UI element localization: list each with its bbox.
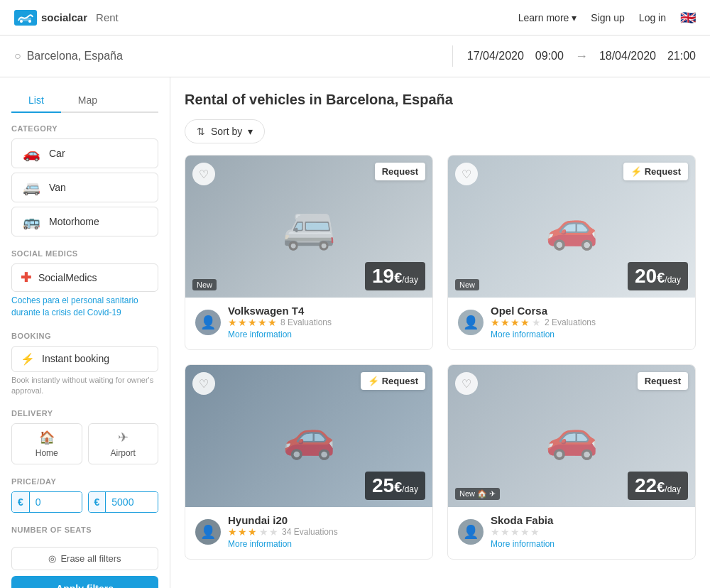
category-motorhome-label: Motorhome [49,216,99,227]
social-medics-text: SocialMedics [38,272,97,283]
delivery-label: DELIVERY [11,409,158,418]
van-icon: 🚐 [21,179,42,196]
location-icon: ○ [14,50,21,62]
car-card-4: 🚗 ♡ Request New 🏠 ✈ 22€/day 👤 [447,364,696,560]
price-currency-4: € [657,479,665,495]
content-area: Rental of vehicles in Barcelona, España … [170,77,710,588]
price-min-wrap: € [11,491,82,513]
login-link[interactable]: Log in [639,12,666,23]
delivery-buttons: 🏠 Home ✈ Airport [11,423,158,464]
cross-icon: ✚ [21,270,31,285]
arrow-icon: → [575,49,588,64]
favorite-btn-4[interactable]: ♡ [455,372,478,395]
request-badge-1[interactable]: Request [375,163,425,180]
flag-icon: 🇬🇧 [680,10,696,26]
category-car-btn[interactable]: 🚗 Car [11,138,158,168]
delivery-airport-btn[interactable]: ✈ Airport [88,423,159,464]
apply-filters-btn[interactable]: Apply filters [11,576,158,588]
tab-list[interactable]: List [11,89,61,113]
per-day-4: /day [665,484,681,494]
badge-label-1: Request [382,166,418,177]
category-car-label: Car [49,148,65,159]
booking-note: Book instantly without waiting for owner… [11,375,158,397]
social-medics-note[interactable]: Coches para el personal sanitario durant… [11,295,158,319]
motorhome-icon: 🚌 [21,213,42,230]
main-layout: List Map CATEGORY 🚗 Car 🚐 Van 🚌 Motorhom… [0,77,710,588]
request-badge-4[interactable]: Request [638,372,688,390]
sort-chevron-icon: ▾ [248,126,253,137]
price-currency-2: € [657,270,665,285]
sort-button[interactable]: ⇅ Sort by ▾ [185,119,265,143]
category-label: CATEGORY [11,124,158,133]
dates-field[interactable]: 17/04/2020 09:00 → 18/04/2020 21:00 [467,49,696,64]
social-medics-btn[interactable]: ✚ SocialMedics [11,263,158,292]
car-details-1: Volkswagen T4 ★★★★★ 8 Evaluations More i… [228,305,332,339]
logo-text: socialcar [41,11,87,23]
search-bar: ○ Barcelona, España 17/04/2020 09:00 → 1… [0,36,710,77]
car-card-3: 🚗 ♡ ⚡ Request 25€/day 👤 Hyundai i20 [185,364,433,560]
delivery-home-btn[interactable]: 🏠 Home [11,423,82,464]
delivery-airport-label: Airport [111,448,136,458]
stars-4: ★★★★★ [491,526,540,538]
more-info-2[interactable]: More information [491,330,596,339]
more-info-1[interactable]: More information [228,330,332,339]
car-card-1: 🚐 ♡ Request New 19€/day 👤 Volkswagen T4 [185,155,433,350]
tab-map[interactable]: Map [61,89,114,113]
car-card-2: 🚗 ♡ ⚡ Request New 20€/day 👤 Op [447,155,696,350]
more-info-4[interactable]: More information [491,539,555,549]
favorite-btn-1[interactable]: ♡ [192,163,215,185]
learn-more-link[interactable]: Learn more ▾ [518,12,577,23]
logo-icon [14,10,37,26]
view-tabs: List Map [11,89,158,113]
home-icon: 🏠 [39,430,55,445]
date-start: 17/04/2020 [467,50,524,62]
price-amount-1: 19 [372,265,394,287]
more-info-3[interactable]: More information [228,539,338,549]
price-filter: PRICE/DAY € € [11,477,158,513]
stars-1: ★★★★★ [228,317,278,328]
request-badge-2[interactable]: ⚡ Request [623,163,688,180]
price-amount-2: 20 [635,265,657,287]
avatar-3: 👤 [195,519,221,545]
price-tag-1: 19€/day [365,262,425,290]
delivery-filter: DELIVERY 🏠 Home ✈ Airport [11,409,158,464]
category-motorhome-btn[interactable]: 🚌 Motorhome [11,207,158,236]
location-field[interactable]: ○ Barcelona, España [14,50,438,62]
favorite-btn-3[interactable]: ♡ [192,372,215,395]
social-medics-label: SOCIAL MEDICS [11,249,158,258]
per-day-3: /day [402,484,418,494]
time-end: 21:00 [667,50,696,62]
car-info-4: 👤 Skoda Fabia ★★★★★ More information [448,507,695,559]
car-info-top-1: 👤 Volkswagen T4 ★★★★★ 8 Evaluations More… [195,305,422,339]
stars-2: ★★★★★ [491,317,542,328]
price-max-input[interactable] [106,492,158,512]
car-name-2: Opel Corsa [491,305,596,317]
header: socialcar Rent Learn more ▾ Sign up Log … [0,0,710,36]
seats-filter: NUMBER OF SEATS [11,526,158,534]
request-badge-3[interactable]: ⚡ Request [361,372,425,390]
car-image-2: 🚗 ♡ ⚡ Request New 20€/day [448,156,695,298]
car-name-3: Hyundai i20 [228,514,338,526]
header-nav: Learn more ▾ Sign up Log in 🇬🇧 [518,10,696,26]
learn-more-text: Learn more [518,12,569,23]
time-start: 09:00 [535,50,564,62]
price-min-input[interactable] [30,492,82,512]
logo[interactable]: socialcar [14,10,87,26]
instant-booking-btn[interactable]: ⚡ Instant booking [11,346,158,372]
price-currency-1: € [394,270,402,285]
car-info-top-3: 👤 Hyundai i20 ★★★★★ 34 Evaluations More … [195,514,422,549]
badge-label-4: Request [645,376,681,386]
favorite-btn-2[interactable]: ♡ [455,163,478,185]
category-van-btn[interactable]: 🚐 Van [11,173,158,202]
signup-link[interactable]: Sign up [591,12,624,23]
sort-label: Sort by [211,126,242,137]
bolt-badge-icon-3: ⚡ [368,376,379,386]
location-text: Barcelona, España [27,50,123,62]
car-info-top-2: 👤 Opel Corsa ★★★★★ 2 Evaluations More in… [458,305,685,339]
badge-label-3: Request [382,376,418,386]
erase-filters-btn[interactable]: ◎ Erase all filters [11,547,158,570]
svg-rect-3 [20,18,31,21]
price-currency-3: € [394,479,402,495]
sort-bar: ⇅ Sort by ▾ [185,119,696,143]
car-name-4: Skoda Fabia [491,514,555,526]
